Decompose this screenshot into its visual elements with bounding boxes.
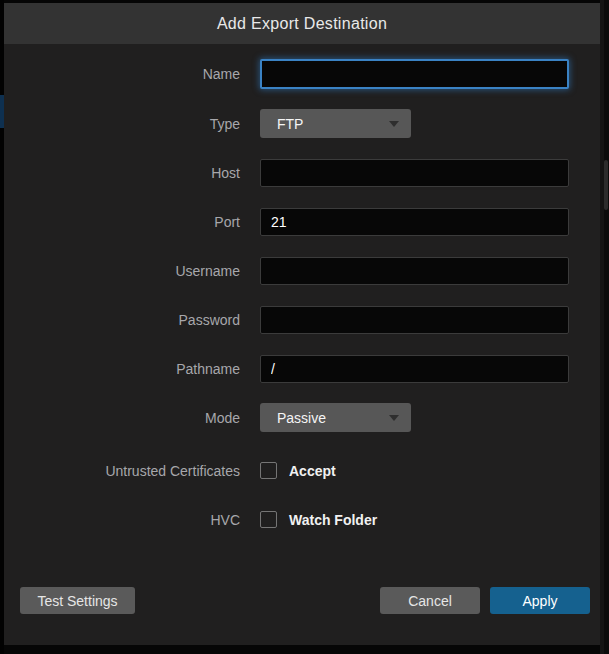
test-settings-button[interactable]: Test Settings	[20, 587, 135, 614]
form-row-port: Port	[4, 207, 600, 236]
form-row-username: Username	[4, 256, 600, 285]
accept-checkbox[interactable]	[260, 462, 277, 479]
form-row-pathname: Pathname	[4, 354, 600, 383]
watch-folder-checkbox[interactable]	[260, 511, 277, 528]
port-input[interactable]	[260, 208, 569, 236]
dialog-titlebar: Add Export Destination	[4, 3, 600, 44]
mode-select[interactable]: Passive	[260, 403, 411, 432]
port-label: Port	[4, 214, 260, 230]
pathname-input[interactable]	[260, 355, 569, 383]
watch-folder-checkbox-label: Watch Folder	[289, 512, 377, 528]
username-label: Username	[4, 263, 260, 279]
type-select-value: FTP	[277, 116, 303, 132]
form-row-untrusted-certificates: Untrusted Certificates Accept	[4, 456, 600, 485]
cancel-button[interactable]: Cancel	[380, 587, 480, 614]
untrusted-certificates-label: Untrusted Certificates	[4, 463, 260, 479]
scrollbar-track[interactable]	[604, 0, 609, 654]
name-input[interactable]	[260, 59, 569, 89]
accept-checkbox-label: Accept	[289, 463, 336, 479]
form-row-password: Password	[4, 305, 600, 334]
pathname-label: Pathname	[4, 361, 260, 377]
password-input[interactable]	[260, 306, 569, 334]
form-row-host: Host	[4, 158, 600, 187]
form-row-name: Name	[4, 59, 600, 88]
hvc-label: HVC	[4, 512, 260, 528]
host-label: Host	[4, 165, 260, 181]
scrollbar-thumb[interactable]	[604, 160, 608, 210]
form-row-mode: Mode Passive	[4, 403, 600, 432]
add-export-destination-dialog: Add Export Destination Name Type FTP Hos…	[4, 3, 600, 645]
form-row-hvc: HVC Watch Folder	[4, 505, 600, 534]
mode-select-value: Passive	[277, 410, 326, 426]
type-select[interactable]: FTP	[260, 109, 411, 138]
mode-label: Mode	[4, 410, 260, 426]
apply-button[interactable]: Apply	[490, 587, 590, 614]
form-row-type: Type FTP	[4, 109, 600, 138]
host-input[interactable]	[260, 159, 569, 187]
name-label: Name	[4, 66, 260, 82]
dialog-title: Add Export Destination	[217, 15, 387, 33]
chevron-down-icon	[389, 415, 399, 421]
username-input[interactable]	[260, 257, 569, 285]
underlying-app-bottom-edge	[4, 645, 600, 654]
password-label: Password	[4, 312, 260, 328]
chevron-down-icon	[389, 121, 399, 127]
type-label: Type	[4, 116, 260, 132]
